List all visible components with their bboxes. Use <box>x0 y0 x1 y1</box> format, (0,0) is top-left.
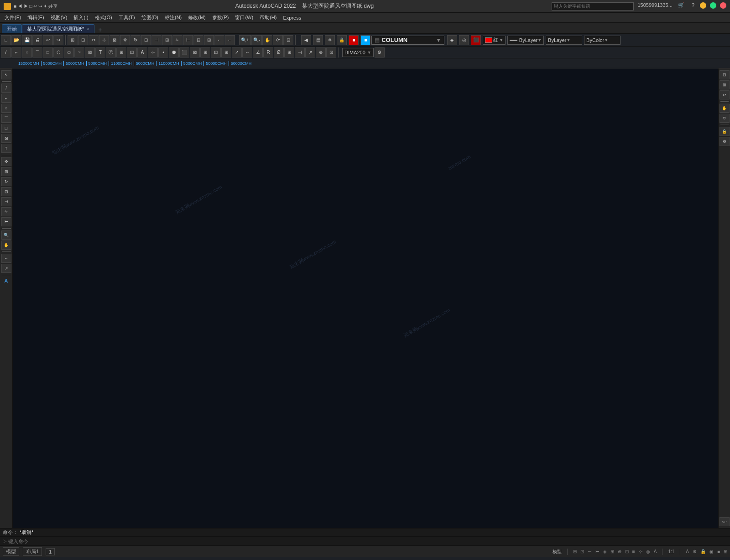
tb-color1[interactable]: ■ <box>349 35 359 45</box>
tb-paste[interactable]: ⊡ <box>78 35 88 45</box>
tb-dim-center[interactable]: ⊕ <box>316 47 326 58</box>
tb-prop1[interactable]: ◈ <box>447 35 457 45</box>
tb-full[interactable]: ⊡ <box>283 35 293 45</box>
lineweight-dropdown[interactable]: ByLayer ▼ <box>546 36 582 45</box>
tb-move[interactable]: ✥ <box>120 35 130 45</box>
lt-scale[interactable]: ⊡ <box>1 187 11 196</box>
tb-block[interactable]: ⊡ <box>127 47 137 58</box>
layer-lock-btn[interactable]: 🔒 <box>337 35 347 45</box>
tb-xref[interactable]: ⊹ <box>148 47 158 58</box>
tb-rect[interactable]: □ <box>43 47 53 58</box>
status-lock[interactable]: 🔒 <box>700 549 706 554</box>
tb-save[interactable]: 💾 <box>22 35 32 45</box>
tb-leader[interactable]: ↗ <box>232 47 242 58</box>
tb-orbit[interactable]: ⟳ <box>273 35 283 45</box>
status-snap[interactable]: ⊡ <box>580 549 584 554</box>
tb-fillet[interactable]: ⌐ <box>214 35 224 45</box>
tb-zoom-out[interactable]: 🔍- <box>251 35 262 45</box>
tb-redo[interactable]: ↪ <box>53 35 63 45</box>
dima-settings[interactable]: ⚙ <box>375 47 385 58</box>
layer-prev-btn[interactable]: ◀ <box>301 35 311 45</box>
tb-copy[interactable]: ⊞ <box>68 35 78 45</box>
menu-insert[interactable]: 插入(I) <box>71 13 91 22</box>
tb-rotate[interactable]: ↻ <box>130 35 141 45</box>
lt-pline[interactable]: ⌐ <box>1 94 11 103</box>
tb-prop2[interactable]: ◎ <box>459 35 469 45</box>
tb-color2[interactable]: ■ <box>360 35 370 45</box>
column-layer-dropdown[interactable]: ▤ COLUMN ▼ <box>371 36 444 45</box>
status-model[interactable]: 模型 <box>3 547 19 556</box>
menu-window[interactable]: 窗口(W) <box>232 13 256 22</box>
menu-modify[interactable]: 修改(M) <box>185 13 209 22</box>
layer-manager-btn[interactable]: ▤ <box>313 35 323 45</box>
tab-start[interactable]: 开始 <box>2 24 22 33</box>
command-input[interactable] <box>8 539 727 544</box>
tb-prop3[interactable]: ⬛ <box>471 35 481 45</box>
canvas-area[interactable]: 知末网www.znzmo.com 知末网www.znzmo.com 知末网www… <box>13 68 718 528</box>
tab-add-button[interactable]: + <box>94 26 105 33</box>
tb-3dsolid[interactable]: ⬛ <box>179 47 189 58</box>
lt-rotate[interactable]: ↻ <box>1 177 11 186</box>
tb-circle[interactable]: ○ <box>22 47 32 58</box>
tb-pan[interactable]: ✋ <box>262 35 272 45</box>
tb-qleader[interactable]: ↗ <box>305 47 315 58</box>
tb-new[interactable]: □ <box>1 35 11 45</box>
status-ortho[interactable]: ⊣ <box>588 549 592 554</box>
menu-file[interactable]: 文件(F) <box>2 13 24 22</box>
menu-edit[interactable]: 编辑(E) <box>25 13 47 22</box>
window-close[interactable] <box>720 2 726 9</box>
lt-letter-a[interactable]: A <box>4 277 9 284</box>
plotstyle-dropdown[interactable]: ByColor ▼ <box>584 36 620 45</box>
tb-region[interactable]: ⬟ <box>169 47 179 58</box>
tb-table[interactable]: ⊞ <box>221 47 231 58</box>
color-dropdown[interactable]: 红 ▼ <box>483 36 506 45</box>
tb-zoom-in[interactable]: 🔍+ <box>239 35 251 45</box>
rt-orbit[interactable]: ⟳ <box>720 114 730 123</box>
lt-extend[interactable]: ⊢ <box>1 217 11 226</box>
global-search-input[interactable] <box>552 2 634 10</box>
tb-insert[interactable]: ⊞ <box>116 47 126 58</box>
status-osnap[interactable]: ◈ <box>603 549 607 554</box>
tb-viewport[interactable]: ⊡ <box>211 47 221 58</box>
tb-mtext[interactable]: Ⓣ <box>106 47 116 58</box>
status-anno[interactable]: A <box>686 549 689 554</box>
tb-cut[interactable]: ✂ <box>89 35 99 45</box>
tab-drawing[interactable]: 某大型医院通风空调图纸* × <box>22 24 94 33</box>
tb-dim-linear[interactable]: ↔ <box>242 47 252 58</box>
lt-hatch[interactable]: ⊠ <box>1 134 11 143</box>
window-maximize[interactable] <box>710 2 716 9</box>
tb-stretch[interactable]: ⊞ <box>162 35 172 45</box>
status-isolate[interactable]: ◉ <box>709 549 714 554</box>
rt-lock[interactable]: 🔒 <box>720 127 730 136</box>
tb-dim-style[interactable]: ⊡ <box>326 47 336 58</box>
lt-dim[interactable]: ↔ <box>1 254 11 263</box>
tb-open[interactable]: 📂 <box>11 35 21 45</box>
status-polar[interactable]: ⊢ <box>595 549 600 554</box>
linetype-dropdown[interactable]: ByLayer ▼ <box>507 36 544 45</box>
lt-zoom[interactable]: 🔍 <box>1 230 11 240</box>
window-minimize[interactable] <box>700 2 706 9</box>
tb-erase[interactable]: ⊠ <box>110 35 120 45</box>
tb-surface[interactable]: ⊠ <box>190 47 200 58</box>
menu-dimension[interactable]: 标注(N) <box>162 13 184 22</box>
tb-dim-diameter[interactable]: Ø <box>274 47 284 58</box>
lt-select[interactable]: ↖ <box>1 70 11 79</box>
status-otrack[interactable]: ⊞ <box>610 549 614 554</box>
tb-spline[interactable]: ~ <box>74 47 84 58</box>
lt-circle[interactable]: ○ <box>1 104 11 113</box>
status-layout1[interactable]: 布局1 <box>23 547 42 556</box>
tb-offset[interactable]: ⊟ <box>193 35 203 45</box>
tb-polygon[interactable]: ⬡ <box>53 47 63 58</box>
dima-dropdown[interactable]: DIMA200 ▼ <box>342 48 374 57</box>
menu-params[interactable]: 参数(P) <box>209 13 232 22</box>
tb-extend[interactable]: ⊢ <box>183 35 193 45</box>
status-hardware[interactable]: ■ <box>717 549 720 554</box>
tb-arc[interactable]: ⌒ <box>32 47 42 58</box>
rt-zoom-extent[interactable]: ⊡ <box>720 70 730 79</box>
status-qp[interactable]: ◎ <box>646 549 650 554</box>
status-sel[interactable]: A <box>654 549 657 554</box>
tb-print[interactable]: 🖨 <box>32 35 42 45</box>
lt-leader[interactable]: ↗ <box>1 264 11 273</box>
lt-move[interactable]: ✥ <box>1 157 11 166</box>
lt-mirror[interactable]: ⊣ <box>1 197 11 206</box>
